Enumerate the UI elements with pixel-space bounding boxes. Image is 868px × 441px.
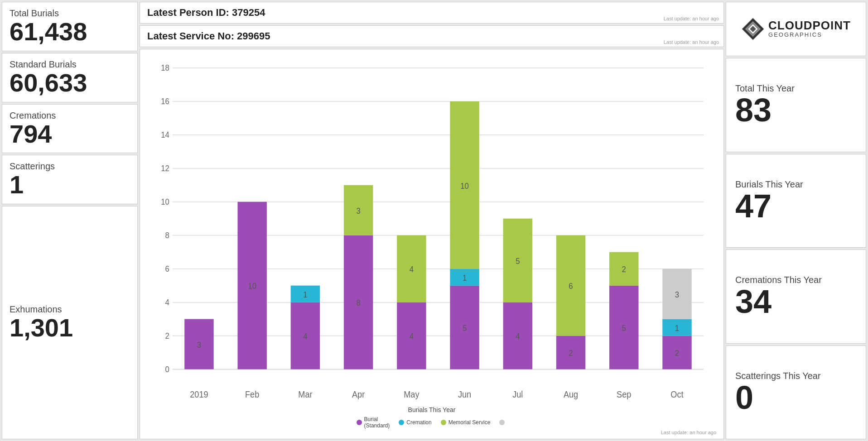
svg-text:8: 8 — [165, 230, 169, 240]
svg-text:Apr: Apr — [352, 389, 365, 399]
burial-legend-dot — [357, 420, 362, 425]
svg-text:1: 1 — [675, 323, 679, 333]
logo-sub-text: GEOGRAPHICS — [768, 31, 822, 38]
svg-text:3: 3 — [675, 290, 679, 299]
svg-text:Mar: Mar — [298, 389, 313, 399]
svg-text:0: 0 — [165, 364, 169, 374]
svg-text:16: 16 — [161, 96, 169, 106]
bar-chart: 024681012141618 2019FebMarAprMayJunJulAu… — [147, 54, 716, 404]
other-legend-dot — [499, 420, 505, 425]
svg-text:2: 2 — [165, 331, 169, 340]
burial-legend-label: Burial(Standard) — [364, 416, 390, 429]
svg-text:2019: 2019 — [190, 389, 208, 399]
cremations-card: Cremations 794 — [2, 104, 138, 153]
svg-text:Jul: Jul — [512, 389, 523, 399]
cremation-legend-dot — [399, 420, 404, 425]
chart-legend: Burial(Standard) Cremation Memorial Serv… — [147, 416, 716, 429]
svg-text:3: 3 — [197, 340, 201, 350]
logo: CLOUDPOINT GEOGRAPHICS — [741, 17, 851, 41]
chart-card: 024681012141618 2019FebMarAprMayJunJulAu… — [140, 49, 724, 439]
svg-text:1: 1 — [303, 290, 307, 299]
logo-text: CLOUDPOINT GEOGRAPHICS — [768, 19, 851, 38]
svg-text:Sep: Sep — [617, 389, 631, 399]
svg-text:Feb: Feb — [245, 389, 259, 399]
svg-text:2: 2 — [675, 349, 679, 358]
chart-last-update: Last update: an hour ago — [147, 430, 716, 435]
latest-service-title: Latest Service No: 299695 — [147, 30, 270, 42]
svg-text:4: 4 — [165, 297, 169, 307]
cremations-year-card: Cremations This Year 34 — [726, 249, 866, 344]
latest-service-update: Last update: an hour ago — [664, 39, 719, 45]
scatterings-year-value: 0 — [735, 381, 753, 414]
latest-person-card: Latest Person ID: 379254 Last update: an… — [140, 2, 724, 24]
burials-year-value: 47 — [735, 190, 772, 222]
total-year-card: Total This Year 83 — [726, 58, 866, 152]
svg-text:8: 8 — [356, 298, 360, 308]
svg-text:18: 18 — [161, 63, 169, 72]
cremation-legend-label: Cremation — [406, 419, 431, 426]
svg-text:5: 5 — [516, 256, 520, 266]
scatterings-value: 1 — [10, 172, 24, 198]
svg-text:2: 2 — [569, 349, 573, 358]
svg-text:6: 6 — [569, 282, 573, 291]
logo-main-text: CLOUDPOINT — [768, 19, 851, 31]
left-column: Total Burials 61,438 Standard Burials 60… — [2, 2, 138, 439]
total-burials-value: 61,438 — [10, 19, 87, 45]
svg-text:3: 3 — [356, 206, 360, 216]
middle-column: Latest Person ID: 379254 Last update: an… — [140, 2, 724, 439]
svg-text:Oct: Oct — [670, 389, 684, 399]
svg-text:4: 4 — [303, 332, 307, 341]
svg-text:2: 2 — [622, 265, 626, 274]
cremations-year-value: 34 — [735, 285, 772, 318]
svg-text:10: 10 — [161, 197, 169, 206]
burials-year-card: Burials This Year 47 — [726, 154, 866, 248]
svg-text:5: 5 — [622, 323, 626, 333]
right-column: CLOUDPOINT GEOGRAPHICS Total This Year 8… — [726, 2, 866, 439]
total-year-value: 83 — [735, 94, 772, 126]
total-burials-card: Total Burials 61,438 — [2, 2, 138, 51]
chart-title: Burials This Year — [147, 406, 716, 413]
legend-memorial: Memorial Service — [441, 416, 491, 429]
legend-burial: Burial(Standard) — [357, 416, 390, 429]
latest-person-title: Latest Person ID: 379254 — [147, 7, 265, 18]
svg-text:Jun: Jun — [458, 389, 471, 399]
svg-text:14: 14 — [161, 130, 169, 139]
svg-text:4: 4 — [516, 332, 520, 341]
standard-burials-card: Standard Burials 60,633 — [2, 53, 138, 102]
svg-text:May: May — [404, 389, 420, 399]
logo-card: CLOUDPOINT GEOGRAPHICS — [726, 2, 866, 56]
svg-text:4: 4 — [410, 265, 414, 274]
exhumations-card: Exhumations 1,301 — [2, 206, 138, 439]
main-layout: Total Burials 61,438 Standard Burials 60… — [0, 0, 868, 441]
svg-text:4: 4 — [410, 332, 414, 341]
svg-text:6: 6 — [165, 264, 169, 273]
latest-service-card: Latest Service No: 299695 Last update: a… — [140, 25, 724, 47]
cremations-label: Cremations — [10, 110, 56, 121]
scatterings-card: Scatterings 1 — [2, 155, 138, 204]
memorial-legend-label: Memorial Service — [448, 419, 491, 426]
scatterings-year-card: Scatterings This Year 0 — [726, 345, 866, 440]
standard-burials-value: 60,633 — [10, 70, 87, 96]
logo-diamond-icon — [741, 17, 765, 41]
exhumations-value: 1,301 — [10, 315, 73, 341]
svg-text:1: 1 — [463, 273, 467, 283]
svg-text:10: 10 — [248, 282, 256, 291]
chart-area: 024681012141618 2019FebMarAprMayJunJulAu… — [147, 54, 716, 404]
svg-text:10: 10 — [460, 181, 469, 191]
latest-person-update: Last update: an hour ago — [664, 16, 719, 21]
svg-text:Aug: Aug — [564, 389, 578, 399]
svg-text:12: 12 — [161, 163, 169, 173]
cremations-value: 794 — [10, 121, 52, 148]
legend-cremation: Cremation — [399, 416, 431, 429]
legend-other — [499, 416, 507, 429]
memorial-legend-dot — [441, 420, 446, 425]
svg-text:5: 5 — [463, 323, 467, 333]
